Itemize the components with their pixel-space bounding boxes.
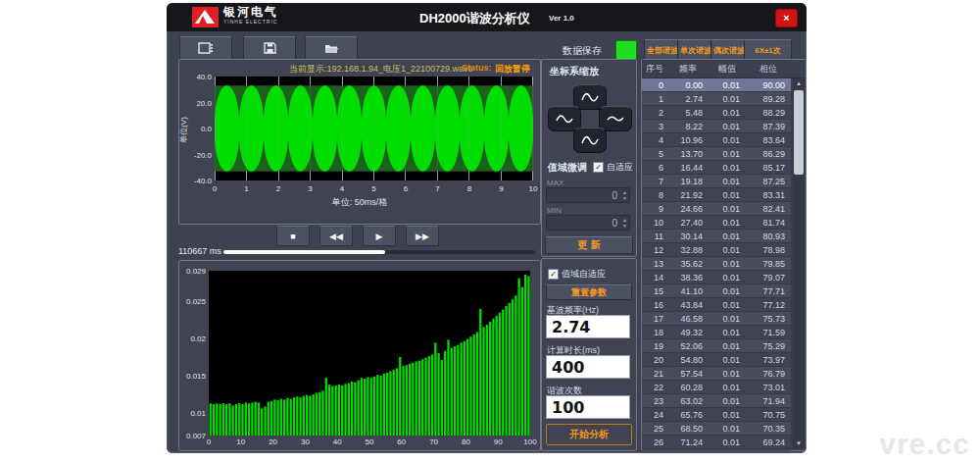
waveform-x-axis-label: 单位: 50ms/格 bbox=[179, 196, 540, 209]
header-frequency: 频率 bbox=[667, 63, 709, 76]
axis-tick: 7 bbox=[435, 184, 439, 193]
filter-6x1-button[interactable]: 6X±1次 bbox=[744, 39, 792, 61]
table-row[interactable]: 2773.980.0168.88 bbox=[642, 449, 791, 453]
table-row[interactable]: 25.480.0188.29 bbox=[642, 106, 791, 120]
table-row[interactable]: 1027.400.0181.74 bbox=[642, 216, 791, 230]
max-spinner[interactable]: ▲▼ bbox=[622, 189, 627, 201]
table-cell: 52.06 bbox=[667, 341, 709, 351]
axis-tick: 4 bbox=[340, 184, 344, 193]
table-row[interactable]: 719.180.0187.25 bbox=[642, 175, 791, 188]
table-row[interactable]: 2465.760.0170.75 bbox=[642, 408, 791, 422]
open-file-button[interactable] bbox=[305, 36, 358, 60]
table-cell: 0.01 bbox=[709, 451, 746, 454]
table-cell: 19 bbox=[642, 341, 667, 351]
adaptive-checkbox[interactable]: ✓ 自适应 bbox=[593, 161, 633, 174]
table-cell: 0.01 bbox=[709, 94, 746, 104]
table-row[interactable]: 00.000.0190.00 bbox=[642, 78, 791, 92]
table-row[interactable]: 821.920.0183.31 bbox=[642, 188, 791, 202]
table-row[interactable]: 513.700.0186.29 bbox=[642, 147, 791, 161]
table-row[interactable]: 1643.840.0177.12 bbox=[642, 298, 791, 312]
filter-even-harmonics-button[interactable]: 偶次谐波 bbox=[710, 39, 748, 61]
table-cell: 0.01 bbox=[709, 437, 746, 447]
table-cell: 24.66 bbox=[667, 204, 709, 214]
update-button[interactable]: 更 新 bbox=[545, 236, 633, 254]
table-row[interactable]: 924.660.0182.41 bbox=[642, 202, 791, 216]
play-button[interactable]: ▶ bbox=[363, 226, 396, 246]
scrollbar-thumb[interactable] bbox=[794, 90, 804, 175]
table-row[interactable]: 1849.320.0171.59 bbox=[642, 326, 791, 339]
spectrum-y-ticks: 0.0290.0250.020.0150.010.007 bbox=[179, 271, 206, 436]
sine-left-icon bbox=[556, 114, 573, 124]
table-cell: 32.88 bbox=[667, 245, 709, 255]
table-row[interactable]: 1438.360.0179.07 bbox=[642, 271, 791, 284]
fast-forward-button[interactable]: ▶▶ bbox=[406, 226, 439, 246]
table-row[interactable]: 1541.100.0177.71 bbox=[642, 284, 791, 298]
table-row[interactable]: 2260.280.0173.01 bbox=[642, 381, 791, 394]
rewind-button[interactable]: ◀◀ bbox=[319, 226, 353, 246]
min-input[interactable]: 0 ▲▼ bbox=[546, 215, 630, 231]
spinner-down-icon[interactable]: ▼ bbox=[622, 223, 627, 229]
table-cell: 0.01 bbox=[709, 341, 746, 351]
table-cell: 20 bbox=[642, 355, 667, 365]
filter-all-harmonics-button[interactable]: 全部谐波 bbox=[644, 39, 681, 61]
table-row[interactable]: 1746.580.0175.73 bbox=[642, 312, 791, 326]
display-button[interactable] bbox=[179, 36, 232, 60]
calc-duration-input[interactable]: 400 bbox=[546, 355, 630, 379]
table-row[interactable]: 616.440.0185.17 bbox=[642, 161, 791, 175]
current-display-file: 当前显示:192.168.1.94_电压1_22100729.wave bbox=[289, 63, 473, 76]
axis-tick: 20.0 bbox=[181, 98, 212, 107]
axis-tick: 10 bbox=[529, 184, 538, 193]
table-scrollbar[interactable]: ▲ ▼ bbox=[793, 78, 805, 448]
table-cell: 75.73 bbox=[746, 314, 791, 324]
table-row[interactable]: 2157.540.0176.79 bbox=[642, 367, 791, 381]
save-button[interactable] bbox=[243, 36, 296, 60]
playback-progress-track[interactable] bbox=[223, 250, 535, 254]
table-cell: 89.28 bbox=[746, 94, 791, 104]
scroll-down-icon[interactable]: ▼ bbox=[793, 438, 805, 448]
spinner-down-icon[interactable]: ▼ bbox=[622, 195, 627, 201]
max-input[interactable]: 0 ▲▼ bbox=[546, 187, 630, 203]
table-row[interactable]: 38.220.0187.39 bbox=[642, 120, 791, 133]
close-button[interactable]: × bbox=[775, 9, 798, 27]
header-index: 序号 bbox=[642, 63, 667, 76]
filter-odd-harmonics-button[interactable]: 单次谐波 bbox=[677, 39, 714, 61]
stop-button[interactable]: ■ bbox=[276, 226, 310, 246]
table-row[interactable]: 1952.060.0175.29 bbox=[642, 339, 791, 353]
fundamental-freq-input[interactable]: 2.74 bbox=[546, 315, 630, 338]
table-cell: 0.01 bbox=[709, 355, 746, 365]
table-cell: 8.22 bbox=[667, 122, 709, 131]
table-cell: 21 bbox=[642, 369, 667, 379]
table-cell: 76.79 bbox=[746, 369, 791, 379]
table-cell: 0 bbox=[642, 80, 667, 90]
table-row[interactable]: 2363.020.0171.94 bbox=[642, 394, 791, 408]
analysis-settings-panel: ✓ 值域自适应 重置参数 基波频率(Hz) 2.74 计算时长(ms) 400 … bbox=[541, 258, 637, 451]
table-cell: 60.28 bbox=[667, 383, 709, 392]
table-row[interactable]: 410.960.0183.64 bbox=[642, 133, 791, 147]
start-analysis-button[interactable]: 开始分析 bbox=[546, 424, 632, 445]
zoom-right-button[interactable] bbox=[599, 106, 632, 131]
table-row[interactable]: 1130.140.0180.93 bbox=[642, 230, 791, 243]
table-row[interactable]: 1335.620.0179.85 bbox=[642, 257, 791, 271]
table-row[interactable]: 12.740.0189.28 bbox=[642, 92, 791, 106]
reset-params-button[interactable]: 重置参数 bbox=[546, 284, 632, 300]
harmonic-order-input[interactable]: 100 bbox=[546, 395, 630, 419]
zoom-down-button[interactable] bbox=[573, 128, 607, 153]
table-cell: 70.35 bbox=[746, 424, 791, 434]
table-cell: 0.01 bbox=[709, 177, 746, 186]
table-cell: 18 bbox=[642, 328, 667, 337]
data-save-indicator-led[interactable] bbox=[615, 40, 637, 60]
table-row[interactable]: 2054.800.0173.97 bbox=[642, 353, 791, 367]
max-label: MAX bbox=[547, 179, 564, 187]
table-cell: 83.64 bbox=[746, 135, 791, 145]
table-row[interactable]: 1232.880.0178.98 bbox=[642, 243, 791, 257]
table-row[interactable]: 2671.240.0169.24 bbox=[642, 436, 791, 449]
scroll-up-icon[interactable]: ▲ bbox=[793, 78, 805, 88]
axis-tick: 0.0 bbox=[181, 125, 212, 133]
table-cell: 25 bbox=[642, 424, 667, 434]
spectrum-canvas bbox=[209, 271, 530, 436]
range-adaptive-checkbox[interactable]: ✓ 值域自适应 bbox=[548, 268, 606, 281]
min-spinner[interactable]: ▲▼ bbox=[622, 217, 627, 229]
table-cell: 9 bbox=[642, 204, 667, 214]
screenshot-canvas: vre.cc 银河电气 YINHE ELECTRIC DH2000谐波分析仪 V… bbox=[0, 0, 980, 463]
table-row[interactable]: 2568.500.0170.35 bbox=[642, 422, 791, 436]
